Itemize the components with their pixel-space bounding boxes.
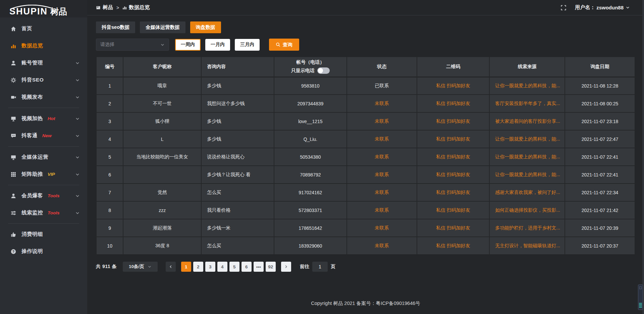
- chevron-down-icon: [148, 265, 152, 269]
- cell-source-link[interactable]: 让你一眼就爱上的黑科技，能...: [489, 148, 565, 166]
- cell-source-link[interactable]: 让你一眼就爱上的黑科技，能...: [489, 166, 565, 184]
- app-window: SHUPIN 树品 首页数据总览账号管理抖音SEO视频发布视频加热Hot抖客通N…: [0, 0, 644, 314]
- page-buttons: 123456•••92: [181, 262, 278, 272]
- tab-2[interactable]: 询盘数据: [190, 21, 221, 33]
- cell-content: 多少钱？让我死心 看: [201, 166, 274, 184]
- cell-status: 未联系: [347, 184, 417, 201]
- cell-qrcode-link[interactable]: 私信 扫码加好友: [417, 148, 490, 166]
- sidebar-divider: [8, 223, 79, 224]
- next-page-button[interactable]: [281, 262, 291, 272]
- breadcrumb-separator: >: [116, 5, 119, 10]
- phone-only-label: 只显示电话: [291, 68, 315, 74]
- sidebar-item-consume-detail[interactable]: 消费明细: [0, 226, 87, 243]
- sidebar-item-matrix-boost[interactable]: 矩阵助推VIP: [0, 166, 87, 183]
- range-button-1[interactable]: 一月内: [205, 39, 230, 51]
- page-button-92[interactable]: 92: [266, 262, 276, 272]
- widget-stripes: [639, 302, 642, 308]
- page-size-select[interactable]: 10条/页: [123, 262, 158, 272]
- breadcrumb-item-overview[interactable]: 数据总览: [122, 4, 150, 11]
- page-button-5[interactable]: 5: [229, 262, 239, 272]
- table-row: 9潮起潮落多少钱一米178651642未联系私信 扫码加好友多功能护栏灯，适用于…: [96, 219, 635, 237]
- tab-0[interactable]: 抖音seo数据: [96, 21, 135, 33]
- page-button-6[interactable]: 6: [241, 262, 252, 272]
- sidebar-item-media-ops[interactable]: 全媒体运营: [0, 149, 87, 166]
- more-pages-button[interactable]: •••: [254, 262, 264, 272]
- page-button-1[interactable]: 1: [181, 262, 191, 272]
- sidebar-item-data-overview[interactable]: 数据总览: [0, 37, 87, 54]
- cell-source-link[interactable]: 被大家追着问的客厅投影分享...: [489, 112, 565, 130]
- grid-icon: [10, 172, 17, 177]
- query-button[interactable]: 查询: [269, 39, 299, 51]
- fullscreen-icon[interactable]: [561, 5, 566, 10]
- cell-source-link[interactable]: 无主灯设计，智能磁吸轨道灯...: [489, 237, 565, 255]
- cell-qrcode-link[interactable]: 私信 扫码加好友: [417, 237, 490, 255]
- sidebar-item-account-manage[interactable]: 账号管理: [0, 54, 87, 71]
- sidebar-item-help[interactable]: ?操作说明: [0, 243, 87, 260]
- cell-qrcode-link[interactable]: 私信 扫码加好友: [417, 130, 490, 148]
- floating-widget[interactable]: [638, 284, 643, 310]
- sidebar-item-video-heat[interactable]: 视频加热Hot: [0, 110, 87, 127]
- cell-qrcode-link[interactable]: 私信 扫码加好友: [417, 95, 490, 112]
- logo: SHUPIN 树品: [0, 0, 87, 17]
- sidebar-item-douketong[interactable]: 抖客通New: [0, 127, 87, 144]
- sidebar-item-douyin-seo[interactable]: 抖音SEO: [0, 71, 87, 89]
- range-button-2[interactable]: 三月内: [235, 39, 260, 51]
- cell-date: 2021-11-07 22:41: [565, 166, 635, 184]
- cell-source-link[interactable]: 感谢大家喜欢我家，被问了好...: [489, 184, 565, 201]
- scrollbar-track[interactable]: [642, 0, 644, 314]
- sidebar-item-video-publish[interactable]: 视频发布: [0, 89, 87, 106]
- range-button-0[interactable]: 一周内: [175, 39, 201, 51]
- tab-1[interactable]: 全媒体运营数据: [140, 21, 185, 33]
- sliders-icon: [10, 210, 17, 216]
- sidebar-item-label: 抖客通: [21, 132, 38, 139]
- user-menu[interactable]: 用户名： zswodun88: [575, 4, 630, 11]
- cell-date: 2021-11-08 12:28: [565, 77, 635, 95]
- cell-content: 我只看价格: [201, 201, 274, 219]
- cell-source-link[interactable]: 让你一眼就爱上的黑科技，能...: [489, 77, 565, 95]
- svg-text:?: ?: [12, 250, 14, 253]
- filter-select[interactable]: 请选择: [96, 39, 169, 51]
- sidebar-item-clue-monitor[interactable]: 线索监控Tools: [0, 204, 87, 221]
- cell-source-link[interactable]: 多功能护栏灯，适用于乡村文...: [489, 219, 565, 237]
- page-button-2[interactable]: 2: [193, 262, 203, 272]
- cell-qrcode-link[interactable]: 私信 扫码加好友: [417, 184, 490, 201]
- cell-account: 178651642: [274, 219, 347, 237]
- username-value: zswodun88: [596, 5, 624, 10]
- topbar: 树品 > 数据总览 用户名： zswodun88: [87, 0, 644, 15]
- cell-date: 2021-11-07 22:41: [565, 148, 635, 166]
- sidebar-item-label: 账号管理: [21, 59, 43, 66]
- cell-qrcode-link[interactable]: 私信 扫码加好友: [417, 166, 490, 184]
- sidebar-item-member-baoke[interactable]: 会员爆客Tools: [0, 187, 87, 204]
- cell-source-link[interactable]: 如何正确选择投影仪，买投影...: [489, 201, 565, 219]
- bar-chart-icon: [10, 43, 17, 49]
- cell-qrcode-link[interactable]: 私信 扫码加好友: [417, 201, 490, 219]
- breadcrumb-item-home[interactable]: 树品: [96, 4, 113, 11]
- sidebar-item-label: 全媒体运营: [21, 154, 48, 161]
- sidebar-item-label: 矩阵助推: [21, 171, 43, 178]
- cell-qrcode-link[interactable]: 私信 扫码加好友: [417, 112, 490, 130]
- cell-source-link[interactable]: 客厅安装投影半年多了，真实...: [489, 95, 565, 112]
- cell-account: 9583810: [274, 77, 347, 95]
- sidebar-item-home[interactable]: 首页: [0, 20, 87, 37]
- table-row: 2不可一世我想问这个多少钱2097344839未联系私信 扫码加好友客厅安装投影…: [96, 95, 635, 112]
- phone-only-toggle[interactable]: [317, 67, 330, 74]
- cell-status: 已联系: [347, 77, 417, 95]
- cell-status: 未联系: [347, 201, 417, 219]
- cell-qrcode-link[interactable]: 私信 扫码加好友: [417, 219, 490, 237]
- cell-nickname: zzz: [123, 201, 201, 219]
- col-id: 编号: [96, 57, 123, 77]
- date-range-buttons: 一周内一月内三月内: [175, 39, 260, 51]
- cell-date: 2021-11-07 20:37: [565, 237, 635, 255]
- toggle-knob: [318, 68, 323, 73]
- cell-account: 572803371: [274, 201, 347, 219]
- table-row: 1哦章多少钱9583810已联系私信 扫码加好友让你一眼就爱上的黑科技，能...…: [96, 77, 635, 95]
- cell-source-link[interactable]: 让你一眼就爱上的黑科技，能...: [489, 130, 565, 148]
- prev-page-button[interactable]: [166, 262, 176, 272]
- page-button-4[interactable]: 4: [217, 262, 227, 272]
- goto-page-input[interactable]: [312, 262, 328, 272]
- sidebar-item-label: 数据总览: [21, 42, 43, 49]
- sidebar-nav: 首页数据总览账号管理抖音SEO视频发布视频加热Hot抖客通New全媒体运营矩阵助…: [0, 17, 87, 314]
- page-button-3[interactable]: 3: [205, 262, 215, 272]
- cell-qrcode-link[interactable]: 私信 扫码加好友: [417, 77, 490, 95]
- chevron-right-icon: [284, 265, 288, 269]
